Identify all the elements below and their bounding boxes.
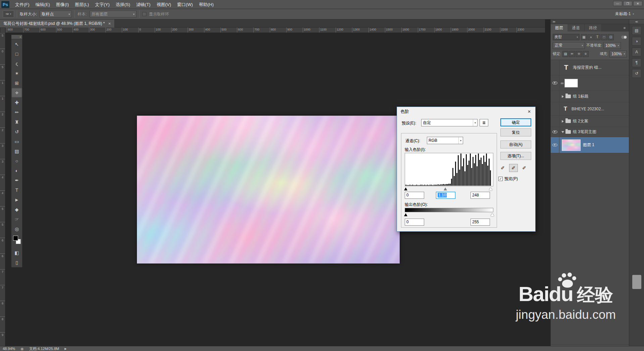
blend-mode-dropdown[interactable]: 正常 ▾ xyxy=(553,42,585,49)
tab-channels[interactable]: 通道 xyxy=(567,24,585,32)
ruler-origin-corner[interactable] xyxy=(0,27,5,33)
status-menu-arrow-icon[interactable]: ▶ xyxy=(64,347,66,350)
gray-point-eyedropper-icon[interactable]: ✐ xyxy=(509,164,518,172)
color-panel-icon[interactable]: ▤ xyxy=(632,26,641,35)
collapse-icon[interactable] xyxy=(561,131,564,133)
fill-dropdown[interactable]: 100% ▾ xyxy=(609,51,627,57)
dodge-tool[interactable]: ◐ xyxy=(11,166,22,175)
current-tool-button[interactable]: ✑ ▾ xyxy=(3,10,14,18)
type-tool[interactable]: T xyxy=(11,185,22,195)
ruler-horizontal[interactable]: 8007006005004003002001000100200300400500… xyxy=(5,27,545,33)
lock-transparent-icon[interactable]: ▨ xyxy=(562,51,568,57)
black-point-eyedropper-icon[interactable]: ✐ xyxy=(498,164,507,172)
preview-checkbox[interactable]: ✓ 预览(P) xyxy=(498,176,518,182)
dialog-title-bar[interactable]: 色阶 ✕ xyxy=(397,107,535,116)
layer-row-group1[interactable]: 组 1标题 xyxy=(551,91,629,102)
minimize-button[interactable]: — xyxy=(613,1,622,6)
output-highlight-field[interactable]: 255 xyxy=(470,219,490,226)
sample-size-dropdown[interactable]: 取样点 ▾ xyxy=(40,11,72,17)
character-panel-icon[interactable]: A xyxy=(632,48,641,56)
ruler-vertical[interactable]: 50511223344556677889 xyxy=(0,33,5,346)
menu-type[interactable]: 文字(Y) xyxy=(92,0,112,9)
blur-tool[interactable]: ○ xyxy=(11,156,22,166)
auto-button[interactable]: 自动(A) xyxy=(500,140,531,149)
clone-stamp-tool[interactable]: ♜ xyxy=(11,117,22,127)
menu-select[interactable]: 选择(S) xyxy=(112,0,133,9)
ok-button[interactable]: 确定 xyxy=(500,118,531,126)
gradient-tool[interactable]: ▨ xyxy=(11,146,22,156)
zoom-level-field[interactable]: 48.94% xyxy=(3,347,15,351)
visibility-toggle[interactable] xyxy=(551,91,559,102)
screen-mode-tool[interactable]: ▯ xyxy=(11,257,22,267)
lock-position-icon[interactable]: ✛ xyxy=(576,51,582,57)
marquee-tool[interactable]: □ xyxy=(11,49,22,59)
layer-row-text-poster[interactable]: T 海报背景的 镭... xyxy=(551,60,629,75)
layer-thumbnail[interactable] xyxy=(562,139,581,151)
spot-healing-tool[interactable]: ✚ xyxy=(11,98,22,107)
expand-icon[interactable] xyxy=(562,95,564,98)
quick-selection-tool[interactable]: ✶ xyxy=(11,68,22,78)
tab-layers[interactable]: 图层 xyxy=(551,24,567,32)
menu-file[interactable]: 文件(F) xyxy=(12,0,33,9)
history-panel-icon[interactable]: ↺ xyxy=(632,69,641,78)
quick-mask-tool[interactable]: ◧ xyxy=(11,248,22,257)
toolbar-collapse-icon[interactable]: » xyxy=(11,35,22,39)
menu-layer[interactable]: 图层(L) xyxy=(72,0,92,9)
visibility-toggle[interactable] xyxy=(551,116,559,127)
lock-pixels-icon[interactable]: ✏ xyxy=(569,51,575,57)
dialog-close-icon[interactable]: ✕ xyxy=(523,107,535,116)
layer-row-text-biheye[interactable]: T BIHEYE 202302... xyxy=(551,102,629,116)
path-selection-tool[interactable]: ► xyxy=(11,195,22,204)
layer-row-fill[interactable]: ∞ xyxy=(551,75,629,91)
tab-close-icon[interactable]: ✕ xyxy=(108,22,111,25)
filter-shape-icon[interactable]: □ xyxy=(601,34,607,40)
layer-row-layer1-selected[interactable]: 图层 1 xyxy=(551,137,629,153)
history-brush-tool[interactable]: ↺ xyxy=(11,127,22,136)
eyedropper-tool[interactable]: ✧ xyxy=(11,88,22,98)
paragraph-panel-icon[interactable]: ¶ xyxy=(632,58,641,67)
lasso-tool[interactable]: ς xyxy=(11,59,22,68)
pen-tool[interactable]: ✒ xyxy=(11,175,22,185)
panel-menu-icon[interactable]: ≡ xyxy=(620,24,629,32)
dock-collapse-icon[interactable]: ≫ xyxy=(551,19,629,24)
input-shadow-field[interactable]: 0 xyxy=(405,192,424,199)
hand-tool[interactable]: ☞ xyxy=(11,214,22,224)
foreground-color-swatch[interactable] xyxy=(13,236,18,241)
visibility-toggle[interactable] xyxy=(551,102,559,115)
menu-edit[interactable]: 编辑(E) xyxy=(33,0,53,9)
visibility-toggle[interactable] xyxy=(551,60,559,75)
zoom-tool[interactable]: ◎ xyxy=(11,224,22,234)
visibility-toggle[interactable] xyxy=(551,75,559,91)
reset-button[interactable]: 复位 xyxy=(500,128,531,136)
menu-view[interactable]: 视图(V) xyxy=(153,0,174,9)
document-tab[interactable]: 笔荷公号封面-镭射炫彩0.psd @ 48.9% (图层 1, RGB/8) *… xyxy=(0,19,115,27)
output-black-slider[interactable] xyxy=(404,213,407,216)
layer-row-group3[interactable]: 组 3笔荷主图 xyxy=(551,127,629,137)
crop-tool[interactable]: ⊞ xyxy=(11,78,22,88)
canvas-image[interactable] xyxy=(137,116,400,264)
opacity-dropdown[interactable]: 100% ▾ xyxy=(603,42,621,49)
channel-dropdown[interactable]: RGB ▾ xyxy=(427,137,463,144)
preset-dropdown[interactable]: 自定 ▾ xyxy=(421,119,478,126)
menu-filter[interactable]: 滤镜(T) xyxy=(133,0,154,9)
filter-smart-icon[interactable]: ⊡ xyxy=(608,34,614,40)
options-button[interactable]: 选项(T)... xyxy=(500,152,531,160)
show-sampling-ring-checkbox[interactable] xyxy=(142,12,146,16)
adjustments-panel-icon[interactable]: ◑ xyxy=(632,37,641,46)
menu-image[interactable]: 图像(I) xyxy=(53,0,72,9)
input-black-slider[interactable] xyxy=(404,187,407,190)
preset-menu-button[interactable]: ≣ xyxy=(480,119,488,126)
input-gamma-slider[interactable] xyxy=(444,187,447,190)
dock-scrollbar-thumb[interactable] xyxy=(632,275,641,289)
shape-tool[interactable]: ◆ xyxy=(11,204,22,214)
filter-type-icon[interactable]: T xyxy=(594,34,600,40)
tab-paths[interactable]: 路径 xyxy=(585,24,602,32)
fill-layer-thumbnail[interactable] xyxy=(564,79,578,87)
white-point-eyedropper-icon[interactable]: ✐ xyxy=(520,164,529,172)
input-gamma-field[interactable]: 1.10 xyxy=(436,192,455,199)
output-white-slider[interactable] xyxy=(491,213,494,216)
input-white-slider[interactable] xyxy=(489,187,492,190)
workspace-switcher[interactable]: 未标题-1 ▾ xyxy=(615,11,634,17)
close-button[interactable]: ✕ xyxy=(633,1,642,6)
visibility-toggle[interactable] xyxy=(551,137,559,153)
